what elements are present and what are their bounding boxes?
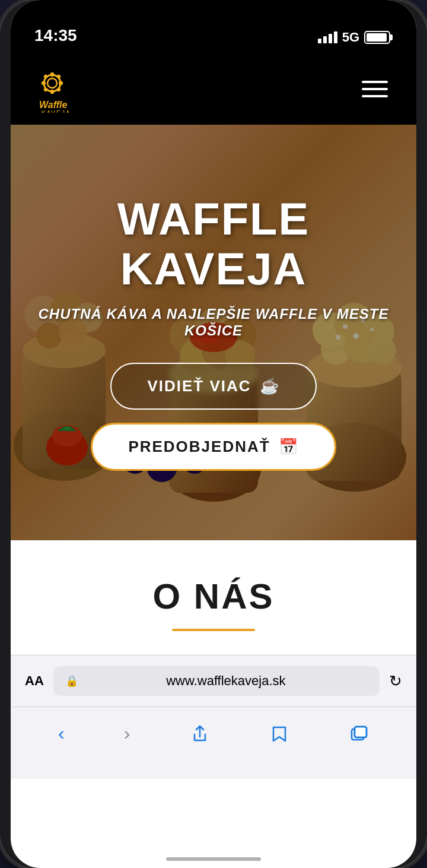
waffle-kaveja-logo: Waffle KAVEJA — [34, 65, 82, 113]
battery-body — [364, 31, 390, 44]
calendar-icon: 📅 — [279, 438, 299, 456]
tabs-button[interactable] — [344, 719, 374, 749]
phone-frame: 14:35 5G — [0, 0, 427, 868]
lock-icon: 🔒 — [65, 674, 78, 688]
hero-content: WAFFLE KAVEJA CHUTNÁ KÁVA A NAJLEPŠIE WA… — [11, 125, 416, 540]
battery-fill — [367, 33, 387, 42]
battery-tip — [390, 34, 393, 40]
hero-buttons: VIDIEŤ VIAC ☕ PREDOBJEDNAŤ 📅 — [91, 363, 336, 471]
phone-screen: 14:35 5G — [11, 0, 416, 868]
hamburger-line-1 — [362, 81, 388, 83]
bookmarks-button[interactable] — [265, 719, 294, 749]
signal-text: 5G — [342, 30, 359, 45]
svg-text:KAVEJA: KAVEJA — [42, 110, 71, 113]
svg-rect-7 — [56, 74, 61, 79]
coffee-cup-icon: ☕ — [260, 377, 280, 395]
status-time: 14:35 — [34, 26, 318, 45]
refresh-button[interactable]: ↻ — [389, 672, 402, 690]
browser-bar: AA 🔒 www.wafflekaveja.sk ↻ — [11, 655, 416, 707]
home-indicator — [166, 857, 261, 861]
forward-button[interactable]: › — [119, 718, 135, 749]
svg-rect-9 — [56, 87, 61, 92]
see-more-button[interactable]: VIDIEŤ VIAC ☕ — [110, 363, 316, 410]
signal-bar-3 — [329, 34, 332, 43]
hamburger-line-2 — [362, 88, 388, 90]
signal-bar-2 — [323, 36, 327, 43]
svg-rect-6 — [43, 74, 48, 79]
logo-area: Waffle KAVEJA — [34, 65, 82, 113]
back-icon: ‹ — [58, 723, 65, 745]
battery-icon — [364, 31, 393, 44]
bottom-nav: ‹ › — [11, 707, 416, 779]
svg-rect-3 — [50, 90, 54, 94]
svg-rect-4 — [42, 81, 46, 85]
status-bar: 14:35 5G — [11, 0, 416, 53]
signal-bar-4 — [334, 31, 337, 43]
see-more-label: VIDIEŤ VIAC — [147, 377, 251, 395]
svg-rect-5 — [59, 81, 63, 85]
svg-rect-2 — [50, 72, 54, 77]
notch — [154, 0, 273, 23]
svg-rect-8 — [43, 87, 48, 92]
share-icon — [190, 724, 210, 744]
forward-icon: › — [124, 723, 130, 745]
hero-title: WAFFLE KAVEJA — [34, 194, 393, 293]
url-bar[interactable]: 🔒 www.wafflekaveja.sk — [53, 666, 380, 696]
share-button[interactable] — [185, 719, 215, 749]
hamburger-menu-button[interactable] — [357, 76, 393, 102]
svg-text:Waffle: Waffle — [39, 100, 68, 110]
about-section: O NÁS — [11, 540, 416, 655]
status-right: 5G — [318, 30, 393, 45]
signal-bar-1 — [318, 39, 321, 43]
preorder-label: PREDOBJEDNAŤ — [128, 438, 270, 456]
tabs-icon — [349, 724, 369, 744]
signal-bars — [318, 31, 337, 43]
url-text: www.wafflekaveja.sk — [84, 673, 368, 689]
nav-bar: Waffle KAVEJA — [11, 53, 416, 125]
preorder-button[interactable]: PREDOBJEDNAŤ 📅 — [91, 423, 336, 471]
about-underline — [172, 629, 255, 631]
svg-point-1 — [47, 78, 57, 88]
hero-section: WAFFLE KAVEJA CHUTNÁ KÁVA A NAJLEPŠIE WA… — [11, 125, 416, 540]
hero-subtitle: CHUTNÁ KÁVA A NAJLEPŠIE WAFFLE V MESTE K… — [34, 306, 393, 339]
hamburger-line-3 — [362, 95, 388, 97]
bookmarks-icon — [269, 724, 289, 744]
svg-rect-58 — [355, 727, 367, 737]
back-button[interactable]: ‹ — [53, 718, 69, 749]
browser-aa-button[interactable]: AA — [25, 673, 44, 689]
about-title: O NÁS — [34, 576, 393, 617]
